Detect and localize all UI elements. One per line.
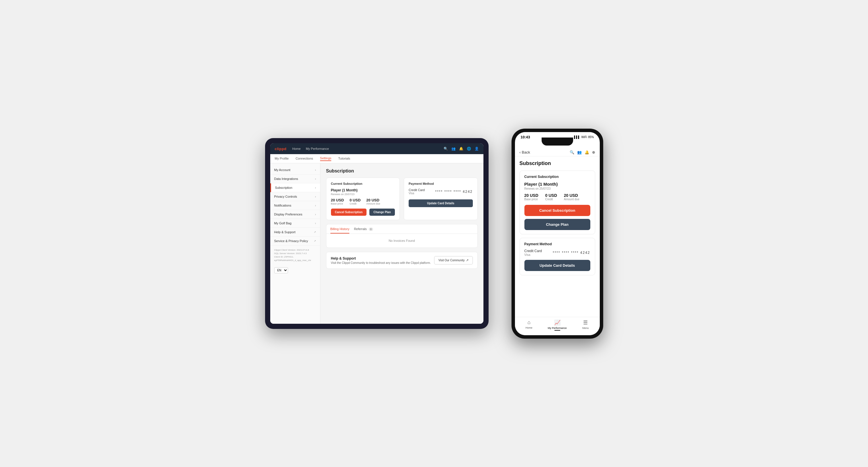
- back-button[interactable]: ‹ Back: [520, 150, 530, 154]
- subnav-tutorials[interactable]: Tutorials: [338, 157, 350, 161]
- chevron-icon: ›: [315, 204, 316, 207]
- sidebar-item-my-account[interactable]: My Account ›: [270, 165, 320, 175]
- globe-icon[interactable]: 🌐: [467, 147, 471, 151]
- tablet-nav-icons: 🔍 👥 🔔 🌐 👤: [443, 147, 479, 151]
- sidebar-item-notifications[interactable]: Notifications ›: [270, 201, 320, 210]
- subnav-settings[interactable]: Settings: [320, 156, 332, 161]
- phone-subscription-title: Current Subscription: [524, 175, 590, 179]
- battery-icon: 85%: [588, 135, 594, 139]
- tablet-sidebar: My Account › Data Integrations › Subscri…: [270, 163, 320, 324]
- bell-icon[interactable]: 🔔: [585, 150, 589, 154]
- phone-nav-home[interactable]: ⌂ Home: [515, 319, 543, 331]
- help-text-section: Help & Support Visit the Clippd Communit…: [331, 256, 431, 264]
- billing-empty-state: No Invoices Found: [327, 234, 477, 248]
- subnav-my-profile[interactable]: My Profile: [275, 157, 289, 161]
- tablet-device: clippd Home My Performance 🔍 👥 🔔 🌐 👤 My …: [265, 138, 489, 329]
- phone-plan-name: Player (1 Month): [524, 182, 590, 187]
- phone-topbar: ‹ Back 🔍 👥 🔔 ⊕: [515, 148, 600, 156]
- subscription-payment-row: Current Subscription Player (1 Month) Re…: [326, 178, 478, 220]
- subscription-buttons: Cancel Subscription Change Plan: [331, 209, 395, 216]
- phone-device: 10:43 ▌▌▌ WiFi 85% ‹ Back 🔍 👥 🔔 ⊕: [512, 129, 603, 339]
- people-icon[interactable]: 👥: [577, 150, 582, 154]
- phone-status-icons: ▌▌▌ WiFi 85%: [574, 135, 594, 139]
- current-subscription-card: Current Subscription Player (1 Month) Re…: [326, 178, 400, 220]
- credit: 0 USD Credit: [350, 198, 361, 205]
- help-title: Help & Support: [331, 256, 431, 260]
- payment-info-row: Credit Card Visa **** **** **** 4242: [409, 188, 473, 195]
- cancel-subscription-button[interactable]: Cancel Subscription: [331, 209, 367, 216]
- search-icon[interactable]: 🔍: [443, 147, 448, 151]
- phone-screen: 10:43 ▌▌▌ WiFi 85% ‹ Back 🔍 👥 🔔 ⊕: [515, 132, 600, 335]
- amount-due: 20 USD Amount due: [366, 198, 380, 205]
- update-card-button[interactable]: Update Card Details: [409, 199, 473, 207]
- phone-card-masked: **** **** **** 4242: [553, 251, 590, 255]
- phone-nav-icons: 🔍 👥 🔔 ⊕: [570, 150, 595, 154]
- payment-method-card: Payment Method Credit Card Visa **** ***…: [404, 178, 478, 220]
- sidebar-item-privacy-controls[interactable]: Privacy Controls ›: [270, 192, 320, 201]
- payment-labels: Credit Card Visa: [409, 188, 425, 195]
- billing-history-tab[interactable]: Billing History: [331, 224, 350, 234]
- phone-amount-due: 20 USD Amount due: [564, 193, 580, 201]
- referrals-tab[interactable]: Referrals 0: [354, 224, 373, 234]
- phone-time: 10:43: [521, 135, 530, 139]
- phone-cancel-subscription-button[interactable]: Cancel Subscription: [524, 205, 590, 216]
- chart-icon: 📈: [554, 319, 560, 326]
- external-link-icon: ↗: [466, 258, 468, 262]
- base-price: 20 USD Base price: [331, 198, 344, 205]
- referrals-badge: 0: [369, 227, 373, 231]
- billing-tabs: Billing History Referrals 0: [327, 224, 477, 234]
- phone-page-title: Subscription: [520, 160, 595, 166]
- tablet-main-content: Subscription Current Subscription Player…: [320, 163, 484, 324]
- tablet-nav-links: Home My Performance: [292, 147, 329, 150]
- phone-payment-row: Credit Card Visa **** **** **** 4242: [524, 249, 590, 256]
- page-title: Subscription: [326, 168, 478, 174]
- phone-amounts: 20 USD Base price 0 USD Credit 20 USD Am…: [524, 193, 590, 201]
- help-support-card: Help & Support Visit the Clippd Communit…: [326, 252, 478, 269]
- chevron-icon: ›: [315, 168, 316, 172]
- plan-name: Player (1 Month): [331, 188, 395, 192]
- chevron-icon: ›: [315, 222, 316, 225]
- tablet-content-area: My Account › Data Integrations › Subscri…: [270, 163, 484, 324]
- chevron-icon: ›: [315, 177, 316, 181]
- visit-community-button[interactable]: Visit Our Community ↗: [434, 256, 473, 264]
- phone-change-plan-button[interactable]: Change Plan: [524, 219, 590, 230]
- account-icon[interactable]: 👤: [474, 147, 479, 151]
- phone-base-price: 20 USD Base price: [524, 193, 538, 201]
- phone-payment-labels: Credit Card Visa: [524, 249, 542, 256]
- phone-renews: Renews on 25/07/23: [524, 187, 590, 190]
- payment-method-title: Payment Method: [409, 182, 473, 185]
- sidebar-item-data-integrations[interactable]: Data Integrations ›: [270, 175, 320, 183]
- phone-nav-my-performance[interactable]: 📈 My Performance: [543, 319, 571, 331]
- phone-payment-title: Payment Method: [524, 242, 590, 246]
- sidebar-item-display-preferences[interactable]: Display Preferences ›: [270, 210, 320, 219]
- phone-content: Subscription Current Subscription Player…: [515, 156, 600, 317]
- bell-icon[interactable]: 🔔: [459, 147, 463, 151]
- phone-payment-card: Payment Method Credit Card Visa **** ***…: [520, 238, 595, 275]
- chevron-icon: ›: [315, 186, 316, 189]
- search-icon[interactable]: 🔍: [570, 150, 574, 154]
- nav-my-performance[interactable]: My Performance: [306, 147, 329, 150]
- back-arrow-icon: ‹: [520, 150, 521, 154]
- current-subscription-title: Current Subscription: [331, 182, 395, 185]
- nav-home[interactable]: Home: [292, 147, 301, 150]
- sidebar-item-subscription[interactable]: Subscription ›: [270, 183, 320, 192]
- phone-nav-menu[interactable]: ☰ Menu: [571, 319, 600, 331]
- sidebar-item-my-golf-bag[interactable]: My Golf Bag ›: [270, 219, 320, 228]
- sidebar-item-service-privacy[interactable]: Service & Privacy Policy ↗: [270, 237, 320, 246]
- chevron-icon: ›: [315, 213, 316, 216]
- app-logo[interactable]: clippd: [275, 147, 286, 151]
- tablet-screen: clippd Home My Performance 🔍 👥 🔔 🌐 👤 My …: [270, 143, 484, 324]
- sidebar-item-help-support[interactable]: Help & Support ↗: [270, 228, 320, 237]
- signal-icon: ▌▌▌: [574, 135, 580, 139]
- phone-update-card-button[interactable]: Update Card Details: [524, 260, 590, 271]
- phone-bottom-nav: ⌂ Home 📈 My Performance ☰ Menu: [515, 317, 600, 335]
- people-icon[interactable]: 👥: [451, 147, 456, 151]
- plus-icon[interactable]: ⊕: [592, 150, 595, 154]
- subnav-connections[interactable]: Connections: [296, 157, 313, 161]
- sidebar-footer: Clippd Client Version: 2023.07.6-8 GQL S…: [270, 246, 320, 265]
- change-plan-button[interactable]: Change Plan: [369, 209, 395, 216]
- language-select[interactable]: EN DE FR: [274, 267, 288, 273]
- menu-icon: ☰: [583, 319, 588, 326]
- help-description: Visit the Clippd Community to troublesho…: [331, 261, 431, 264]
- renews-date: Renews on 25/07/23: [331, 193, 395, 196]
